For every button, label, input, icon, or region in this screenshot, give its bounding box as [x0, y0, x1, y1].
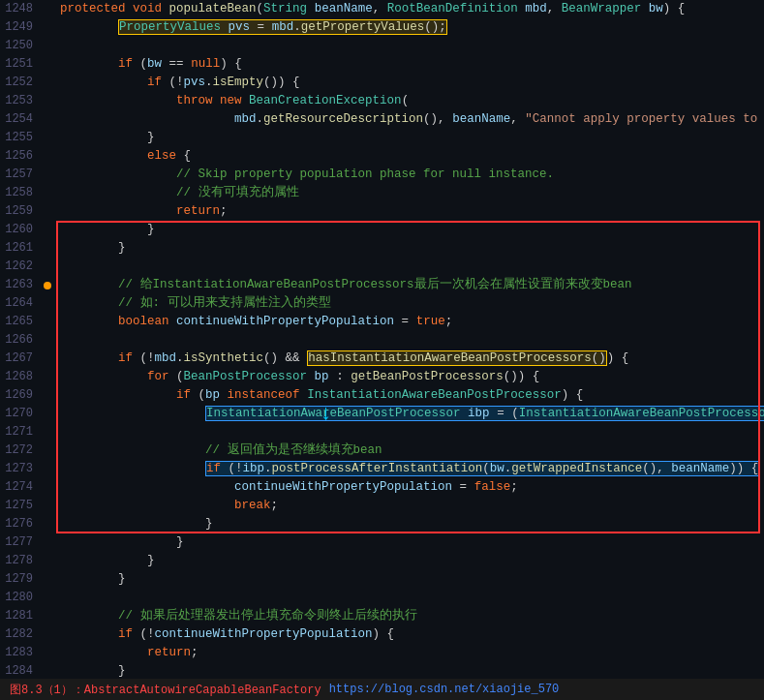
code-lines: 1248 protected void populateBean(String … — [0, 0, 764, 681]
footer-label: 图8.3（1）：AbstractAutowireCapableBeanFacto… — [10, 682, 321, 698]
line-1251: 1251 if (bw == null) { — [0, 55, 764, 74]
line-1271: 1271 — [0, 423, 764, 441]
code-editor: 1248 protected void populateBean(String … — [0, 0, 764, 700]
line-1248: 1248 protected void populateBean(String … — [0, 0, 764, 18]
line-1261: 1261 } — [0, 239, 764, 258]
line-1257: 1257 // Skip property population phase f… — [0, 166, 764, 184]
line-1266: 1266 — [0, 331, 764, 350]
footer-bar: 图8.3（1）：AbstractAutowireCapableBeanFacto… — [0, 679, 764, 700]
line-1277: 1277 } — [0, 533, 764, 552]
footer-link: https://blog.csdn.net/xiaojie_570 — [329, 683, 560, 696]
line-1281: 1281 // 如果后处理器发出停止填充命令则终止后续的执行 — [0, 607, 764, 625]
line-1273: 1273 if (!ibp.postProcessAfterInstantiat… — [0, 460, 764, 478]
line-1254: 1254 mbd.getResourceDescription(), beanN… — [0, 110, 764, 129]
line-1260: 1260 } — [0, 221, 764, 239]
line-1259: 1259 return; — [0, 202, 764, 221]
line-1274: 1274 continueWithPropertyPopulation = fa… — [0, 478, 764, 497]
line-1278: 1278 } — [0, 552, 764, 570]
line-1252: 1252 if (!pvs.isEmpty()) { — [0, 74, 764, 92]
line-1267: 1267 if (!mbd.isSynthetic() && hasInstan… — [0, 350, 764, 368]
line-1279: 1279 } — [0, 570, 764, 589]
line-1269: 1269 if (bp instanceof InstantiationAwar… — [0, 386, 764, 405]
line-1282: 1282 if (!continueWithPropertyPopulation… — [0, 625, 764, 644]
line-1255: 1255 } — [0, 129, 764, 147]
line-1283: 1283 return; — [0, 644, 764, 662]
line-1280: 1280 — [0, 589, 764, 607]
line-1268: 1268 for (BeanPostProcessor bp : getBean… — [0, 368, 764, 386]
line-1262: 1262 — [0, 258, 764, 276]
line-1275: 1275 break; — [0, 497, 764, 515]
line-1272: 1272 // 返回值为是否继续填充bean — [0, 441, 764, 460]
line-1265: 1265 boolean continueWithPropertyPopulat… — [0, 313, 764, 331]
line-1263: 1263 // 给InstantiationAwareBeanPostProce… — [0, 276, 764, 294]
line-1256: 1256 else { — [0, 147, 764, 166]
line-1270: 1270 InstantiationAwareBeanPostProcessor… — [0, 405, 764, 423]
arrow-annotation: ↓ — [320, 402, 332, 426]
line-1249: 1249 PropertyValues pvs = mbd.getPropert… — [0, 18, 764, 37]
line-1250: 1250 — [0, 37, 764, 55]
line-1276: 1276 } — [0, 515, 764, 533]
line-1264: 1264 // 如: 可以用来支持属性注入的类型 — [0, 294, 764, 313]
line-1253: 1253 throw new BeanCreationException( — [0, 92, 764, 110]
line-1258: 1258 // 没有可填充的属性 — [0, 184, 764, 202]
